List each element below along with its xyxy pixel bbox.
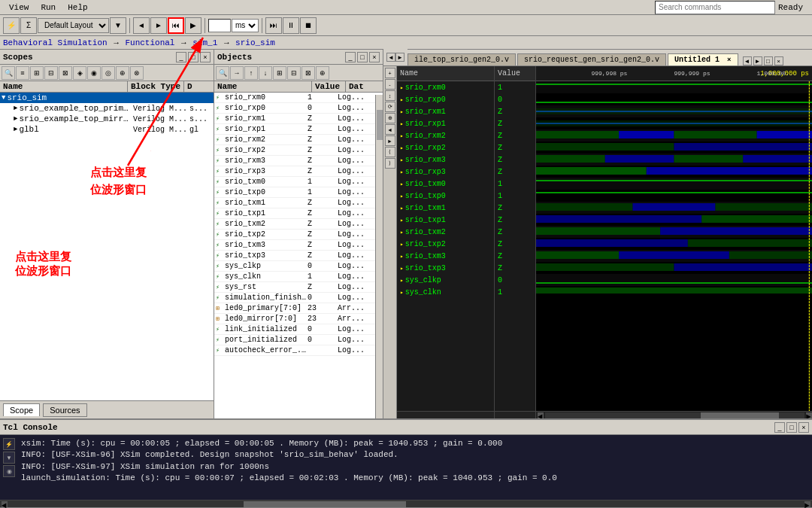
toolbar-btn-dropdown[interactable]: ▼ (110, 17, 126, 34)
wave-name-item-1[interactable]: ▸srio_rxp0 (397, 93, 494, 105)
search-input[interactable] (655, 1, 775, 14)
wave-sb-btn1[interactable]: + (385, 68, 395, 78)
wave-scroll-left[interactable]: ◄ (538, 412, 544, 418)
objects-tb1[interactable]: → (230, 66, 244, 80)
obj-item-7[interactable]: ⚡ srio_rxp3 Z Log... (214, 166, 383, 177)
wave-name-item-16[interactable]: ▸sys_clkp (397, 274, 494, 286)
wave-name-item-8[interactable]: ▸srio_txm0 (397, 178, 494, 190)
toolbar-btn-restart[interactable]: ⏮ (168, 17, 184, 34)
obj-item-10[interactable]: ⚡ srio_txm1 Z Log... (214, 198, 383, 208)
objects-tb2[interactable]: ↑ (244, 66, 258, 80)
toolbar-btn-1[interactable]: ⚡ (3, 17, 20, 34)
wave-sb-btn6[interactable]: ◄ (385, 124, 395, 135)
scope-tab-scope[interactable]: Scope (3, 403, 40, 416)
wave-horizontal-scroll[interactable]: ◄ ► (536, 411, 812, 418)
toolbar-btn-right[interactable]: ► (150, 17, 167, 34)
obj-item-3[interactable]: ⚡ srio_rxp1 Z Log... (214, 124, 383, 135)
wave-name-item-3[interactable]: ▸srio_rxp1 (397, 117, 494, 129)
scopes-search[interactable]: 🔍 (2, 66, 15, 80)
wave-tab-next[interactable]: ► (395, 53, 404, 62)
obj-item-20[interactable]: ⊞ led0_primary[7:0] 23 Arr... (214, 303, 383, 314)
menu-help[interactable]: Help (62, 2, 93, 14)
tcl-minimize[interactable]: _ (774, 422, 785, 433)
scopes-tb6[interactable]: ◉ (87, 66, 101, 80)
tcl-icon-2[interactable]: ▼ (3, 452, 15, 464)
obj-item-19[interactable]: ⚡ simulation_finished 0 Log... (214, 293, 383, 303)
obj-item-23[interactable]: ⚡ port_initialized 0 Log... (214, 335, 383, 345)
tcl-hscroll-right[interactable]: ► (804, 501, 810, 507)
wave-name-item-12[interactable]: ▸srio_txm2 (397, 226, 494, 238)
scopes-tb4[interactable]: ⊠ (59, 66, 72, 80)
obj-item-18[interactable]: ⚡ sys_rst Z Log... (214, 282, 383, 293)
wave-name-item-7[interactable]: ▸srio_rxp3 (397, 166, 494, 178)
objects-tb5[interactable]: ⊟ (287, 66, 301, 80)
menu-run[interactable]: Run (35, 2, 62, 14)
obj-item-0[interactable]: ⚡ srio_rxm0 1 Log... (214, 93, 383, 103)
obj-item-11[interactable]: ⚡ srio_txp1 Z Log... (214, 208, 383, 219)
wave-sb-btn7[interactable]: ► (385, 135, 395, 146)
objects-scrollbar[interactable] (375, 95, 383, 418)
wave-name-item-11[interactable]: ▸srio_txp1 (397, 214, 494, 226)
scopes-tb3[interactable]: ⊟ (44, 66, 58, 80)
objects-minimize[interactable]: _ (345, 52, 356, 62)
tcl-icon-3[interactable]: ◉ (3, 465, 15, 477)
time-unit-select[interactable]: ms (232, 19, 259, 32)
scopes-tb9[interactable]: ⊗ (130, 66, 144, 80)
wave-name-item-2[interactable]: ▸srio_rxm1 (397, 105, 494, 117)
wave-name-item-10[interactable]: ▸srio_txm1 (397, 202, 494, 214)
scope-tab-sources[interactable]: Sources (43, 403, 86, 417)
tcl-maximize[interactable]: □ (786, 422, 797, 433)
wave-values-scroll[interactable] (495, 411, 535, 418)
wave-tab-prev[interactable]: ◄ (386, 53, 395, 62)
wave-sb-btn3[interactable]: ↕ (385, 90, 395, 101)
toolbar-layout-select[interactable]: Default Layout (38, 18, 109, 33)
scope-item-glbl[interactable]: ► glbl Verilog M... gl (0, 124, 214, 135)
toolbar-btn-pause[interactable]: ⏸ (283, 17, 299, 34)
wave-sb-btn4[interactable]: ⟳ (385, 102, 395, 112)
obj-item-4[interactable]: ⚡ srio_rxm2 Z Log... (214, 135, 383, 145)
scopes-tb7[interactable]: ◎ (102, 66, 115, 80)
wave-name-item-0[interactable]: ▸srio_rxm0 (397, 81, 494, 93)
wave-name-item-6[interactable]: ▸srio_rxm3 (397, 154, 494, 166)
tcl-icon-1[interactable]: ⚡ (3, 438, 15, 450)
tcl-hscroll-left[interactable]: ◄ (2, 501, 8, 507)
obj-item-22[interactable]: ⚡ link_initialized 0 Log... (214, 324, 383, 335)
scope-item-srio_sim[interactable]: ▼ srio_sim (0, 93, 214, 103)
time-input[interactable]: 10 (208, 19, 231, 32)
wave-name-item-15[interactable]: ▸srio_txp3 (397, 262, 494, 274)
objects-search[interactable]: 🔍 (216, 66, 229, 80)
scopes-minimize[interactable]: _ (176, 52, 186, 62)
obj-item-9[interactable]: ⚡ srio_txp0 1 Log... (214, 187, 383, 198)
obj-item-17[interactable]: ⚡ sys_clkn 1 Log... (214, 272, 383, 282)
toolbar-btn-sigma[interactable]: Σ (20, 17, 37, 34)
scopes-tb5[interactable]: ◈ (73, 66, 86, 80)
wave-tab-ctrl-3[interactable]: □ (764, 56, 773, 65)
wave-name-item-17[interactable]: ▸sys_clkn (397, 286, 494, 298)
wave-name-item-4[interactable]: ▸srio_rxm2 (397, 129, 494, 141)
scopes-tb8[interactable]: ⊕ (116, 66, 129, 80)
wave-sb-btn5[interactable]: ⊕ (385, 113, 395, 123)
scopes-tb1[interactable]: ≡ (16, 66, 29, 80)
wave-name-item-14[interactable]: ▸srio_txm3 (397, 250, 494, 262)
wave-tab-2-close[interactable]: × (727, 56, 731, 64)
wave-tab-ctrl-1[interactable]: ◄ (743, 56, 752, 65)
wave-name-item-9[interactable]: ▸srio_txp0 (397, 190, 494, 202)
obj-item-1[interactable]: ⚡ srio_rxp0 0 Log... (214, 103, 383, 114)
wave-sb-btn9[interactable]: ⟩ (385, 158, 395, 169)
obj-item-5[interactable]: ⚡ srio_rxp2 Z Log... (214, 145, 383, 156)
scopes-maximize[interactable]: □ (188, 52, 198, 62)
objects-maximize[interactable]: □ (357, 52, 368, 62)
wave-sb-btn8[interactable]: ⟨ (385, 147, 395, 157)
toolbar-btn-step[interactable]: ⏹ (300, 17, 317, 34)
menu-view[interactable]: View (3, 2, 35, 14)
obj-item-16[interactable]: ⚡ sys_clkp 0 Log... (214, 261, 383, 272)
objects-tb3[interactable]: ↓ (259, 66, 272, 80)
toolbar-btn-left[interactable]: ◄ (133, 17, 150, 34)
obj-item-2[interactable]: ⚡ srio_rxm1 Z Log... (214, 114, 383, 124)
toolbar-btn-rewind[interactable]: ⏭ (265, 17, 282, 34)
scope-item-mirror[interactable]: ► srio_example_top_mirror Verilog M... s… (0, 114, 214, 124)
scope-item-primary[interactable]: ► srio_example_top_primary Verilog M... … (0, 103, 214, 114)
wave-names-scroll[interactable] (397, 411, 494, 418)
tcl-hscroll[interactable]: ◄ ► (0, 500, 812, 507)
wave-tab-1[interactable]: srio_request_gen_srio_gen2_0.v (517, 53, 666, 65)
